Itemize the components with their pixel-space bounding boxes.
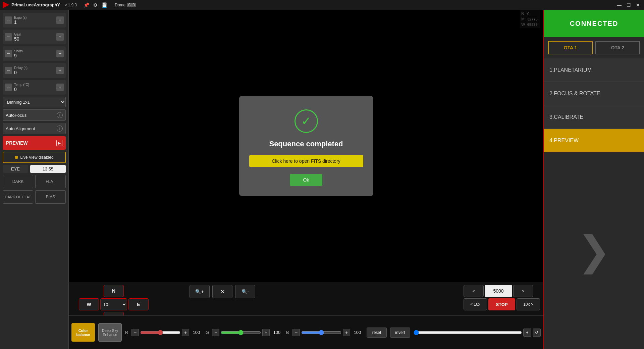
eye-value: 13.55: [30, 165, 66, 173]
r-slider[interactable]: [140, 330, 180, 335]
delay-row: − Delay (s) 0 +: [3, 63, 66, 78]
dome-badge: Dome CLD: [115, 3, 136, 7]
reset-button[interactable]: reset: [367, 328, 387, 338]
zoom-reset-button[interactable]: ✕: [212, 285, 232, 298]
color-controls: Colorbalance Deep-SkyEnhance R − + 100 G…: [69, 315, 543, 349]
expo-minus-button[interactable]: −: [5, 16, 12, 24]
cld-badge: CLD: [127, 3, 136, 7]
north-button[interactable]: N: [104, 285, 124, 297]
dialog-check-icon: ✓: [294, 109, 318, 133]
connected-button[interactable]: CONNECTED: [544, 10, 644, 37]
gain-minus-button[interactable]: −: [5, 33, 12, 41]
b-slider[interactable]: [301, 330, 341, 335]
eye-row: EYE 13.55: [3, 165, 66, 173]
ota1-button[interactable]: OTA 1: [548, 41, 593, 54]
pin-icon[interactable]: 📌: [84, 2, 89, 8]
invert-button[interactable]: invert: [390, 328, 410, 338]
save-icon[interactable]: 💾: [102, 2, 107, 8]
shots-label: Shots: [14, 49, 54, 53]
temp-minus-button[interactable]: −: [5, 84, 12, 91]
expo-plus-button[interactable]: +: [56, 16, 64, 24]
maximize-button[interactable]: ☐: [625, 2, 632, 8]
b-plus-button[interactable]: +: [343, 329, 350, 336]
bias-button[interactable]: BIAS: [35, 190, 66, 204]
live-dot: [15, 156, 18, 159]
main-area: ✓ Sequence completed Click here to open …: [69, 10, 543, 349]
left-panel: − Expo (s) 1 + − Gain 50 + − Shots 9 + −…: [0, 10, 69, 349]
temp-row: − Temp (°C) 0 +: [3, 80, 66, 95]
r-plus-button[interactable]: +: [182, 329, 189, 336]
color-balance-button[interactable]: Colorbalance: [71, 323, 95, 342]
g-label: G: [206, 330, 211, 335]
g-plus-button[interactable]: +: [262, 329, 270, 336]
preview-button[interactable]: PREVIEW ▶: [3, 136, 66, 150]
live-view-button[interactable]: Live View disabled: [3, 152, 66, 163]
binning-select[interactable]: Binning 1x1 Binning 2x2 Binning 3x3: [3, 97, 66, 107]
right-panel: CONNECTED OTA 1 OTA 2 1.PLANETARIUM 2.FO…: [543, 10, 644, 349]
temp-plus-button[interactable]: +: [56, 84, 64, 91]
next-button[interactable]: >: [513, 285, 533, 297]
enhance-button[interactable]: Deep-SkyEnhance: [98, 323, 122, 342]
zoom-in-button[interactable]: 🔍+: [190, 285, 210, 298]
goto-input[interactable]: [485, 285, 512, 297]
ota2-button[interactable]: OTA 2: [595, 41, 640, 54]
window-controls: — ☐ ✕: [616, 2, 641, 8]
view-area: ✓ Sequence completed Click here to open …: [69, 10, 543, 282]
arrow-area: ❯: [544, 152, 644, 349]
ok-button[interactable]: Ok: [290, 174, 323, 186]
b-minus-button[interactable]: −: [292, 329, 300, 336]
preview-icon: ▶: [56, 140, 62, 146]
close-button[interactable]: ✕: [635, 2, 641, 8]
next-10x-button[interactable]: 10x >: [517, 298, 540, 310]
ota-row: OTA 1 OTA 2: [544, 37, 644, 58]
autoalign-button[interactable]: Auto Alignment i: [3, 123, 66, 134]
app-title: PrimaLuceAstrographY: [11, 2, 60, 7]
delay-plus-button[interactable]: +: [56, 67, 64, 74]
g-minus-button[interactable]: −: [212, 329, 219, 336]
g-slider[interactable]: [221, 330, 261, 335]
b-label: B: [286, 330, 291, 335]
gain-label: Gain: [14, 33, 54, 36]
autofocus-button[interactable]: AutoFocus i: [3, 109, 66, 121]
gain-row: − Gain 50 +: [3, 30, 66, 44]
histogram-min-slider[interactable]: [414, 330, 522, 335]
gain-plus-button[interactable]: +: [56, 33, 64, 41]
prev-10x-button[interactable]: < 10x: [464, 298, 487, 310]
shots-minus-button[interactable]: −: [5, 50, 12, 57]
dialog: ✓ Sequence completed Click here to open …: [239, 96, 373, 196]
g-slider-group: G − + 100: [206, 329, 283, 336]
eye-label: EYE: [3, 165, 28, 173]
histogram-minus-button[interactable]: +: [523, 329, 531, 337]
autofocus-info-icon[interactable]: i: [57, 112, 63, 118]
zoom-controls: 🔍+ ✕ 🔍-: [190, 285, 255, 298]
histogram-refresh-button[interactable]: ↺: [533, 329, 541, 337]
dark-button[interactable]: DARK: [3, 175, 33, 188]
planetarium-button[interactable]: 1.PLANETARIUM: [544, 58, 644, 82]
step-select[interactable]: 1 5 10 50 100: [100, 298, 127, 310]
expo-value: 1: [14, 19, 54, 25]
focus-rotate-button[interactable]: 2.FOCUS & ROTATE: [544, 82, 644, 105]
b-value: 100: [352, 330, 363, 335]
zoom-out-button[interactable]: 🔍-: [235, 285, 255, 298]
play-icon: [3, 2, 9, 8]
shots-row: − Shots 9 +: [3, 46, 66, 61]
settings-icon[interactable]: ⚙: [93, 2, 98, 8]
dark-of-flat-button[interactable]: DARK OF FLAT: [3, 190, 33, 204]
open-fits-button[interactable]: Click here to open FITS directory: [249, 155, 363, 167]
minimize-button[interactable]: —: [616, 2, 623, 8]
calibrate-button[interactable]: 3.CALIBRATE: [544, 105, 644, 129]
delay-minus-button[interactable]: −: [5, 67, 12, 74]
flat-button[interactable]: FLAT: [35, 175, 66, 188]
preview-section-button[interactable]: 4.PREVIEW: [544, 129, 644, 152]
west-button[interactable]: W: [79, 298, 99, 310]
dialog-overlay: ✓ Sequence completed Click here to open …: [69, 10, 543, 282]
r-label: R: [125, 330, 130, 335]
stop-button[interactable]: STOP: [488, 298, 515, 310]
east-button[interactable]: E: [128, 298, 149, 310]
prev-button[interactable]: <: [464, 285, 484, 297]
dialog-title: Sequence completed: [269, 140, 343, 148]
r-minus-button[interactable]: −: [131, 329, 139, 336]
toolbar-icons: 📌 ⚙ 💾 Dome CLD: [84, 2, 136, 8]
shots-plus-button[interactable]: +: [56, 50, 64, 57]
autoalign-info-icon[interactable]: i: [57, 126, 63, 132]
